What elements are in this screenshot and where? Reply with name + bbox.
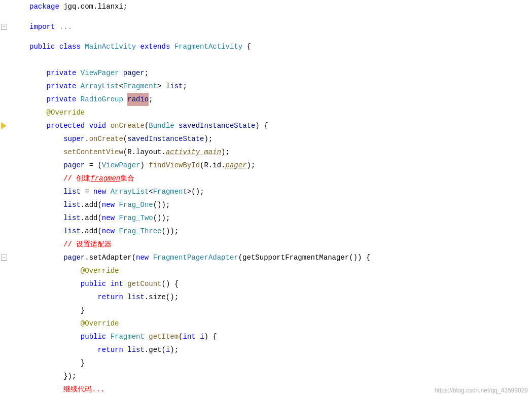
code-line-content: setContentView(R.layout.activity_main); bbox=[25, 146, 230, 159]
line-row: @Override bbox=[0, 317, 532, 330]
token: ArrayList bbox=[111, 185, 149, 198]
token: new bbox=[102, 225, 115, 238]
token: .add( bbox=[81, 198, 102, 211]
token bbox=[136, 40, 140, 53]
token: ); bbox=[204, 132, 213, 146]
line-row: @Override bbox=[0, 106, 532, 119]
token: list bbox=[166, 80, 183, 93]
indent-space bbox=[29, 277, 81, 291]
code-line-content: private ArrayList<Fragment> list; bbox=[25, 80, 187, 93]
line-row: } bbox=[0, 356, 532, 370]
token: ; bbox=[149, 93, 153, 106]
token bbox=[123, 343, 127, 356]
line-row: setContentView(R.layout.activity_main); bbox=[0, 146, 532, 159]
code-line-content: }); bbox=[25, 370, 76, 383]
token: import bbox=[29, 20, 55, 33]
token bbox=[106, 119, 110, 132]
token: } bbox=[81, 304, 85, 317]
lines-container: package jgq.com.lianxi;-import ...public… bbox=[0, 0, 532, 396]
token bbox=[55, 20, 59, 33]
token: = ( bbox=[85, 159, 102, 172]
token: ()); bbox=[153, 198, 170, 211]
indent-space bbox=[29, 119, 47, 132]
token: ) bbox=[140, 159, 149, 172]
token bbox=[85, 119, 89, 132]
token: . bbox=[85, 132, 89, 146]
token: ViewPager bbox=[81, 66, 119, 80]
code-line-content: private ViewPager pager; bbox=[25, 66, 149, 80]
token: 继续代码... bbox=[63, 383, 104, 396]
line-row: @Override bbox=[0, 264, 532, 277]
token: 集合 bbox=[120, 172, 134, 185]
line-row bbox=[0, 33, 532, 41]
token: i bbox=[166, 343, 170, 356]
token bbox=[123, 93, 127, 106]
token: (R.id. bbox=[200, 159, 225, 172]
token bbox=[196, 330, 200, 343]
code-line-content: // 创建fragmen集合 bbox=[25, 172, 134, 185]
token bbox=[106, 185, 110, 198]
token: ; bbox=[145, 66, 149, 80]
token: return bbox=[97, 291, 123, 304]
code-line-content: @Override bbox=[25, 264, 119, 277]
code-line-content: protected void onCreate(Bundle savedInst… bbox=[25, 119, 268, 132]
indent-space bbox=[29, 356, 81, 370]
token bbox=[106, 330, 110, 343]
token: // 创建 bbox=[63, 172, 90, 185]
indent-space bbox=[29, 383, 63, 396]
token bbox=[76, 80, 80, 93]
line-row bbox=[0, 13, 532, 20]
token: RadioGroup bbox=[81, 93, 123, 106]
indent-space bbox=[29, 238, 63, 251]
token: getItem bbox=[149, 330, 179, 343]
line-row: list = new ArrayList<Fragment>(); bbox=[0, 185, 532, 198]
line-row bbox=[0, 53, 532, 66]
line-row: protected void onCreate(Bundle savedInst… bbox=[0, 119, 532, 132]
indent-space bbox=[29, 251, 63, 264]
line-row: super.onCreate(savedInstanceState); bbox=[0, 132, 532, 146]
token: void bbox=[89, 119, 107, 132]
token: activity_main bbox=[166, 146, 221, 159]
token: ()); bbox=[153, 211, 170, 225]
code-line-content: @Override bbox=[25, 317, 119, 330]
code-line-content: list = new ArrayList<Fragment>(); bbox=[25, 185, 204, 198]
indent-space bbox=[29, 80, 47, 93]
token: list bbox=[63, 198, 81, 211]
fold-icon[interactable]: - bbox=[1, 255, 7, 261]
token: jgq.com.lianxi; bbox=[59, 0, 127, 13]
token bbox=[123, 277, 127, 291]
token: (R.layout. bbox=[123, 146, 166, 159]
token: private bbox=[47, 93, 77, 106]
code-line-content: public class MainActivity extends Fragme… bbox=[25, 40, 251, 53]
token bbox=[106, 277, 110, 291]
token: setContentView bbox=[63, 146, 123, 159]
token bbox=[149, 251, 153, 264]
token: new bbox=[102, 211, 115, 225]
token: radio bbox=[127, 93, 149, 106]
line-row: package jgq.com.lianxi; bbox=[0, 0, 532, 13]
token: list bbox=[63, 225, 81, 238]
token: protected bbox=[47, 119, 85, 132]
token: FragmentActivity bbox=[174, 40, 242, 53]
token: MainActivity bbox=[85, 40, 136, 53]
token: FragmentPagerAdapter bbox=[153, 251, 238, 264]
fold-icon[interactable]: - bbox=[1, 24, 7, 30]
code-line-content: pager = (ViewPager) findViewById(R.id.pa… bbox=[25, 159, 255, 172]
watermark: https://blog.csdn.net/qq_43599028 bbox=[435, 387, 528, 394]
indent-space bbox=[29, 172, 63, 185]
line-row: public Fragment getItem(int i) { bbox=[0, 330, 532, 343]
code-line-content: return list.size(); bbox=[25, 291, 179, 304]
token: (getSupportFragmentManager()) { bbox=[238, 251, 370, 264]
code-line-content: package jgq.com.lianxi; bbox=[25, 0, 127, 13]
indent-space bbox=[29, 185, 63, 198]
token: new bbox=[102, 198, 115, 211]
line-row: list.add(new Frag_One()); bbox=[0, 198, 532, 211]
token bbox=[115, 198, 119, 211]
token: ( bbox=[123, 132, 127, 146]
indent-space bbox=[29, 66, 47, 80]
token: return bbox=[97, 343, 123, 356]
token: public bbox=[81, 330, 106, 343]
indent-space bbox=[29, 198, 63, 211]
token: list bbox=[63, 211, 81, 225]
token: ); bbox=[170, 343, 179, 356]
